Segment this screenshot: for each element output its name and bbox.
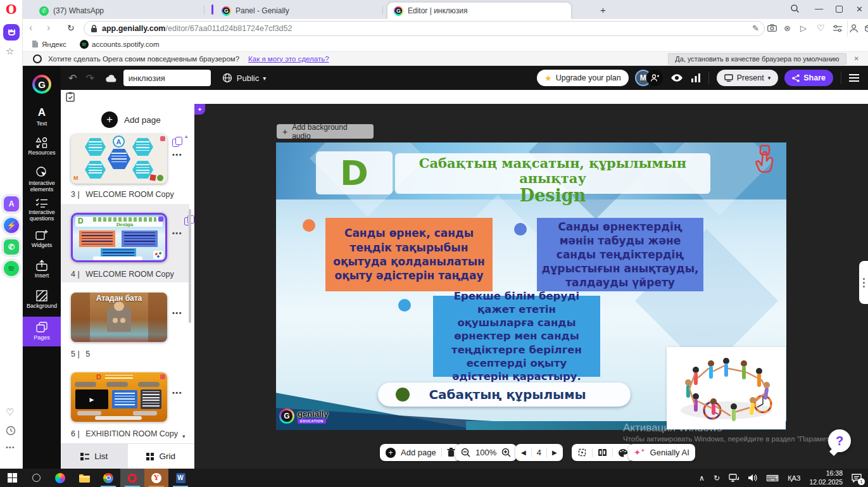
dismiss-notification-icon[interactable]: ✕ [854,55,859,62]
page-thumbnail-3[interactable]: A M [71,134,167,184]
bullet-blue[interactable] [514,223,527,236]
structure-pill[interactable]: Сабақтың құрылымы [378,383,631,407]
upgrade-plan-button[interactable]: ★ Upgrade your plan [537,70,629,86]
profile-icon[interactable] [850,24,858,33]
goal-box-orange[interactable]: Санды өрнек, санды теңдік тақырыбын оқыт… [325,218,493,291]
redo-icon[interactable]: ↷ [85,72,94,84]
present-button[interactable]: Present ▾ [717,70,779,86]
scroll-up-icon[interactable]: ▴ [185,133,188,139]
maximize-button[interactable] [836,6,843,13]
slide-title-box[interactable]: Сабақтың мақсатын, құрылымын анықтау Des… [395,153,710,194]
chrome-icon[interactable] [96,469,120,487]
bullet-orange[interactable] [303,219,315,232]
spotify-sidebar-icon[interactable] [4,261,19,276]
analytics-icon[interactable] [691,73,701,82]
ai-sparkle-tab[interactable]: ✦ [194,104,205,115]
add-page-icon[interactable]: + [101,111,118,128]
sidebar-item-insert[interactable]: Insert [23,260,61,279]
snapshot-camera-icon[interactable] [767,24,777,32]
next-page-icon[interactable]: ▶ [552,449,557,456]
clock-icon[interactable] [6,426,16,436]
page-options-icon[interactable]: ••• [172,389,182,396]
prev-page-icon[interactable]: ◀ [521,449,526,456]
sidebar-item-interactive-questions[interactable]: Interactive questions [23,198,61,222]
goal-box-center[interactable]: Ерекше білім беруді қажет ететін оқушыла… [433,296,600,377]
address-field[interactable]: app.genially.com/editor/67aa011d24b81724… [84,21,765,36]
page-thumbnail-4[interactable]: D Design [71,213,167,262]
page-thumbnail-5[interactable]: Атадан бата [71,293,167,342]
file-explorer-icon[interactable] [72,469,96,487]
new-tab-button[interactable]: + [600,4,606,15]
tray-expand-icon[interactable]: ∧ [699,474,705,483]
page-options-icon[interactable]: ••• [172,229,182,237]
sidebar-item-resources[interactable]: Resources [23,137,61,156]
document-title-input[interactable] [123,70,211,86]
page-options-icon[interactable]: ••• [172,151,182,158]
sidebar-item-text[interactable]: A Text [23,106,61,127]
keyboard-icon[interactable]: ⌨ [766,473,779,483]
genially-ai-button[interactable]: ✦✦ Genially AI [628,444,695,461]
clock[interactable]: 16:3812.02.2025 [809,469,843,486]
tab-editor-active[interactable]: G Editor | инклюзия [387,3,571,19]
scroll-down-icon[interactable]: ▾ [182,433,186,440]
pinned-app-icon[interactable]: A [4,196,19,212]
send-icon[interactable]: ▷ [800,23,807,33]
bookmark-yandex[interactable]: Яндекс [32,40,66,48]
back-button[interactable]: ‹ [29,22,32,34]
cortana-icon[interactable] [24,469,48,487]
tab-panel-genially[interactable]: G Panel - Genially [215,3,380,19]
duplicate-page-icon[interactable] [172,137,182,146]
share-button[interactable]: Share [784,70,833,86]
favorites-heart-icon[interactable]: ♡ [817,23,825,33]
start-button[interactable] [0,469,24,487]
volume-icon[interactable] [748,474,757,482]
edit-page-icon[interactable]: ✎ [752,23,759,33]
notification-link[interactable]: Как я могу это сделать? [248,55,329,63]
preview-eye-icon[interactable] [670,73,683,82]
network-icon[interactable] [729,474,739,482]
page-options-icon[interactable]: ••• [172,309,182,317]
bookmark-spotify[interactable]: accounts.spotify.com [80,40,160,49]
whatsapp-sidebar-icon[interactable]: ✆ [4,239,19,255]
minimize-button[interactable]: — [815,4,823,13]
history-heart-icon[interactable]: ♡ [6,407,14,418]
visibility-label[interactable]: Public [237,73,259,83]
opera-menu-button[interactable]: O [6,2,16,17]
bullet-lightblue[interactable] [398,299,411,312]
tray-update-icon[interactable]: ↻ [714,474,720,483]
sidebar-item-widgets[interactable]: Widgets [23,229,61,248]
tab-grid-view[interactable]: Grid [128,444,195,469]
add-page-icon[interactable]: + [386,448,396,458]
menu-hamburger-icon[interactable] [849,74,859,82]
add-background-audio-button[interactable]: + Add background audio [277,124,374,139]
palette-icon[interactable] [618,448,628,457]
zoom-in-icon[interactable] [501,448,511,457]
set-default-button[interactable]: Да, установить в качестве браузера по ум… [668,53,846,65]
click-hand-icon[interactable] [751,144,779,179]
zoom-out-icon[interactable] [461,448,470,457]
opera-taskbar-icon[interactable] [120,469,144,487]
close-circle-icon[interactable]: ⊗ [784,23,791,33]
add-page-label[interactable]: Add page [401,448,436,457]
inclusion-image[interactable] [667,347,786,429]
dual-view-icon[interactable] [598,448,607,457]
action-center-icon[interactable]: 1 [852,474,862,483]
copilot-icon[interactable] [48,469,72,487]
extension-cube-icon[interactable] [865,24,868,33]
sidebar-item-background[interactable]: Background [23,290,61,309]
page-thumbnail-6[interactable]: D ▶ [71,372,167,422]
tab-whatsapp[interactable]: ✆ (37) WhatsApp [33,3,201,19]
right-panel-handle[interactable] [859,261,868,304]
panel-scrollbar[interactable] [189,209,191,323]
frame-icon[interactable] [577,448,587,457]
undo-icon[interactable]: ↶ [68,72,77,84]
close-button[interactable]: ✕ [856,4,863,14]
slide-letter[interactable]: D [316,151,393,194]
language-indicator[interactable]: ҚАЗ [788,474,800,482]
delete-page-icon[interactable] [447,448,455,457]
word-icon[interactable]: W [168,469,192,487]
sidebar-item-pages[interactable]: Pages [23,317,61,346]
add-collaborator-icon[interactable] [646,70,663,86]
messenger-icon[interactable]: ⚡ [4,218,19,233]
yandex-browser-icon[interactable]: Y [144,469,168,487]
